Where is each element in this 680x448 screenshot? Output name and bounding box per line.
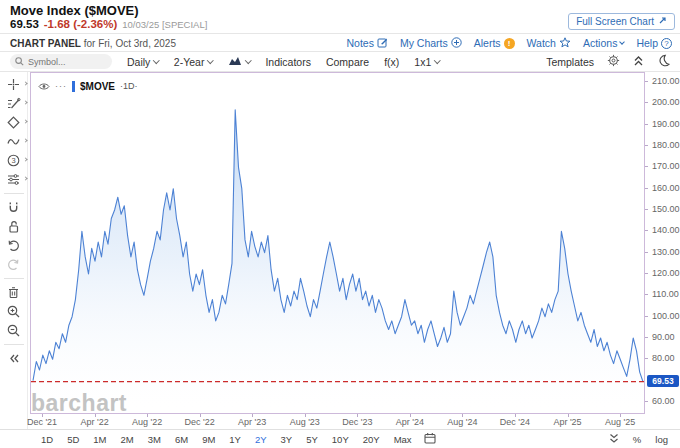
shapes-tool-icon[interactable] <box>6 115 21 130</box>
y-axis-tick <box>645 230 648 231</box>
fx-label: f(x) <box>384 56 399 68</box>
y-axis-label: 100.00 <box>652 311 680 321</box>
y-axis-label: 180.00 <box>652 140 680 150</box>
full-screen-chart-button[interactable]: Full Screen Chart <box>568 13 675 30</box>
gear-icon <box>607 54 620 69</box>
notes-link[interactable]: Notes <box>346 37 387 50</box>
range-button-9m[interactable]: 9M <box>195 434 222 445</box>
wave-tool-icon[interactable] <box>6 134 21 149</box>
watch-label: Watch <box>527 37 556 49</box>
trash-icon[interactable] <box>6 285 21 300</box>
range-button-5d[interactable]: 5D <box>60 434 86 445</box>
y-axis-tick <box>645 124 648 125</box>
indicators-button[interactable]: Indicators <box>265 56 311 68</box>
compare-button[interactable]: Compare <box>326 56 369 68</box>
y-axis-tick <box>645 294 648 295</box>
y-axis: 69.53 210.00200.00190.00180.00170.00160.… <box>645 72 680 429</box>
y-axis-tick <box>645 102 648 103</box>
my-charts-link[interactable]: My Charts <box>400 37 462 50</box>
collapse-down-button[interactable] <box>609 433 619 446</box>
chart-type-dropdown[interactable] <box>228 55 251 68</box>
x-axis-label: Aug '23 <box>290 417 320 427</box>
x-axis-label: Apr '24 <box>396 417 424 427</box>
x-axis-tick <box>252 414 253 417</box>
chevron-down-icon <box>153 57 159 63</box>
log-scale-button[interactable]: log <box>655 434 668 445</box>
help-link[interactable]: Help ? <box>636 37 672 49</box>
range-button-1d[interactable]: 1D <box>34 434 60 445</box>
full-screen-chart-label: Full Screen Chart <box>576 16 654 27</box>
actions-link[interactable]: Actions <box>583 37 624 49</box>
magnet-icon[interactable] <box>6 200 21 215</box>
unlock-icon[interactable] <box>6 219 21 234</box>
x-axis-label: Apr '23 <box>238 417 266 427</box>
moon-icon <box>657 54 670 69</box>
calendar-button[interactable] <box>424 432 436 446</box>
sliders-icon[interactable] <box>6 172 21 187</box>
range-button-1m[interactable]: 1M <box>86 434 113 445</box>
range-button-10y[interactable]: 10Y <box>325 434 356 445</box>
x-axis-label: Dec '23 <box>342 417 372 427</box>
redo-icon[interactable] <box>6 257 21 272</box>
cursor-crosshair-icon[interactable] <box>6 77 21 92</box>
x-axis-label: Aug '22 <box>132 417 162 427</box>
range-button-max[interactable]: Max <box>387 434 419 445</box>
annotation-tool-icon[interactable]: 3 <box>6 153 21 168</box>
x-axis-tick <box>357 414 358 417</box>
search-input[interactable] <box>10 54 112 69</box>
layout-label: 1x1 <box>414 56 431 68</box>
series-area-fill <box>33 110 643 411</box>
symbol-search <box>10 54 112 69</box>
y-axis-tick <box>645 316 648 317</box>
eye-icon[interactable] <box>38 77 50 95</box>
toolbar-right: Templates <box>546 54 670 69</box>
x-axis-label: Apr '22 <box>80 417 108 427</box>
quote-date: 10/03/25 [SPECIAL] <box>122 19 207 30</box>
double-chevron-down-icon <box>609 433 619 444</box>
range-button-3y[interactable]: 3Y <box>274 434 300 445</box>
range-label: 2-Year <box>174 56 205 68</box>
alerts-link[interactable]: Alerts ! <box>474 37 515 49</box>
y-axis-label: 130.00 <box>652 247 680 257</box>
collapse-sidebar-icon[interactable] <box>6 351 21 366</box>
legend-menu-dots[interactable]: ··· <box>55 82 67 90</box>
range-button-3m[interactable]: 3M <box>141 434 168 445</box>
x-axis-tick <box>620 414 621 417</box>
actions-label: Actions <box>583 37 617 49</box>
chevron-down-icon <box>207 57 213 63</box>
range-button-2y[interactable]: 2Y <box>248 434 274 445</box>
x-axis-tick <box>462 414 463 417</box>
undo-icon[interactable] <box>6 238 21 253</box>
range-dropdown[interactable]: 2-Year <box>174 56 213 68</box>
watch-link[interactable]: Watch <box>527 37 571 50</box>
range-button-1y[interactable]: 1Y <box>222 434 248 445</box>
bottom-bar-right: % log <box>609 433 680 446</box>
fx-button[interactable]: f(x) <box>384 56 399 68</box>
x-axis-tick <box>147 414 148 417</box>
plot-area[interactable]: ··· $MOVE ·1D· <box>30 72 645 414</box>
indicators-label: Indicators <box>265 56 311 68</box>
period-dropdown[interactable]: Daily <box>127 56 159 68</box>
trend-line-tool-icon[interactable] <box>6 96 21 111</box>
range-button-6m[interactable]: 6M <box>168 434 195 445</box>
x-axis-label: Aug '25 <box>605 417 635 427</box>
series-color-bar <box>72 81 75 92</box>
barchart-chart-page: Move Index ($MOVE) 69.53 -1.68 (-2.36%) … <box>0 0 680 448</box>
collapse-panel-button[interactable] <box>633 55 644 69</box>
layout-dropdown[interactable]: 1x1 <box>414 56 439 68</box>
templates-button[interactable]: Templates <box>546 56 594 68</box>
collapse-up-icon <box>633 55 644 69</box>
zoom-in-icon[interactable] <box>6 304 21 319</box>
range-button-20y[interactable]: 20Y <box>356 434 387 445</box>
question-circle-icon: ? <box>661 38 672 49</box>
y-axis-label: 190.00 <box>652 119 680 129</box>
chart-panel-title: CHART PANEL for Fri, Oct 3rd, 2025 <box>10 38 176 49</box>
settings-button[interactable] <box>607 54 620 69</box>
legend-period: ·1D· <box>120 81 138 91</box>
percent-scale-button[interactable]: % <box>633 434 641 445</box>
notes-label: Notes <box>346 37 373 49</box>
zoom-out-icon[interactable] <box>6 323 21 338</box>
range-button-5y[interactable]: 5Y <box>299 434 325 445</box>
dark-mode-button[interactable] <box>657 54 670 69</box>
range-button-2m[interactable]: 2M <box>114 434 141 445</box>
